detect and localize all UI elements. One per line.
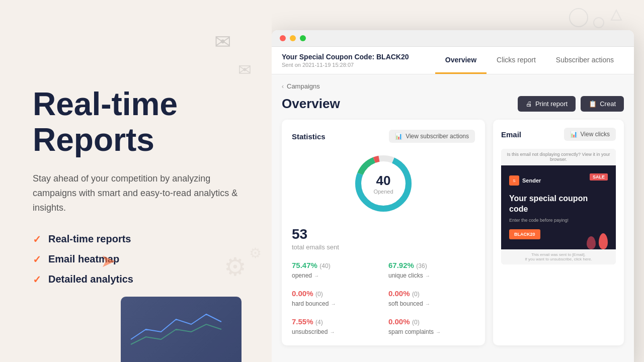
tab-clicks-report[interactable]: Clicks report [487, 47, 546, 74]
stat-unsub-value: 7.55% (4) [292, 317, 378, 326]
main-title: Real-time Reports [33, 86, 242, 157]
feature-label-3: Detailed analytics [48, 274, 133, 285]
feature-item-3: ✓ Detailed analytics [33, 274, 242, 286]
stat-clicks-label: unique clicks → [388, 272, 475, 279]
page-header: Overview 🖨 Print report 📋 Creat [282, 96, 624, 112]
breadcrumb: ‹ Campaigns [282, 82, 624, 90]
svg-point-1 [594, 18, 604, 28]
browser-dot-green[interactable] [300, 35, 306, 41]
total-sent: 53 total emails sent [292, 226, 475, 251]
email-card: Email 📊 View clicks Is this email not di… [493, 120, 624, 345]
tab-bar: Your Special Coupon Code: BLACK20 Sent o… [272, 47, 634, 74]
left-panel: ✉ ✉ ➤ ⚙ ⚙ Real-time Reports Stay ahead o… [0, 0, 272, 362]
total-sent-number: 53 [292, 226, 475, 242]
browser-dot-red[interactable] [280, 35, 286, 41]
content-area: ‹ Campaigns Overview 🖨 Print report 📋 Cr… [272, 74, 634, 362]
page-title: Overview [282, 96, 340, 112]
stat-spam-label: spam complaints → [388, 328, 475, 335]
feature-label-2: Email heatmap [48, 253, 119, 265]
right-panel: Your Special Coupon Code: BLACK20 Sent o… [272, 0, 644, 362]
stat-spam: 0.00% (0) spam complaints → [388, 317, 475, 335]
view-subscriber-actions-button[interactable]: 📊 View subscriber actions [389, 130, 475, 143]
balloon-pink [587, 236, 596, 249]
envelope-deco-1: ✉ [214, 30, 231, 53]
check-icon-2: ✓ [33, 253, 41, 265]
email-card-title: Email [501, 130, 521, 139]
tab-overview[interactable]: Overview [435, 47, 487, 74]
stat-unique-clicks: 67.92% (36) unique clicks → [388, 261, 475, 279]
feature-list: ✓ Real-time reports ✓ Email heatmap ✓ De… [33, 233, 242, 286]
check-icon-1: ✓ [33, 233, 41, 245]
stat-clicks-value: 67.92% (36) [388, 261, 475, 270]
email-balloons [587, 233, 608, 249]
total-sent-label: total emails sent [292, 243, 475, 251]
email-logo-icon: S [509, 175, 519, 186]
print-icon: 🖨 [526, 100, 532, 108]
create-icon: 📋 [589, 100, 597, 108]
stat-opened: 75.47% (40) opened → [292, 261, 378, 279]
donut-label: Opened [373, 189, 393, 195]
feature-item-1: ✓ Real-time reports [33, 233, 242, 245]
chart-area: 40 Opened [292, 151, 475, 216]
view-clicks-button[interactable]: 📊 View clicks [564, 128, 616, 141]
email-dark-section: S Sender SALE Your special coupon code E… [501, 165, 616, 249]
email-subtext: Enter the code before paying! [509, 218, 608, 223]
check-icon-3: ✓ [33, 274, 41, 286]
email-logo-text: Sender [522, 177, 541, 184]
stat-opened-value: 75.47% (40) [292, 261, 378, 270]
stat-soft-bounce-value: 0.00% (0) [388, 289, 475, 298]
statistics-title: Statistics [292, 132, 326, 141]
stat-opened-label: opened → [292, 272, 378, 279]
breadcrumb-arrow: ‹ [282, 83, 284, 90]
subtitle: Stay ahead of your competition by analyz… [33, 171, 242, 215]
envelope-deco-2: ✉ [238, 60, 252, 79]
stat-soft-bounce-label: soft bounced → [388, 300, 475, 307]
donut-chart: 40 Opened [351, 151, 416, 216]
tab-subscriber-actions[interactable]: Subscriber actions [546, 47, 624, 74]
stat-unsub-label: unsubscribed → [292, 328, 378, 335]
statistics-card-header: Statistics 📊 View subscriber actions [292, 130, 475, 143]
donut-center: 40 Opened [373, 173, 393, 195]
stat-hard-bounce-label: hard bounced → [292, 300, 378, 307]
nav-tabs: Overview Clicks report Subscriber action… [435, 47, 624, 74]
browser-window: Your Special Coupon Code: BLACK20 Sent o… [272, 30, 634, 362]
email-card-header: Email 📊 View clicks [501, 128, 616, 141]
header-actions: 🖨 Print report 📋 Creat [518, 96, 624, 112]
tablet-deco [121, 297, 242, 362]
stat-hard-bounce-value: 0.00% (0) [292, 289, 378, 298]
stat-soft-bounce: 0.00% (0) soft bounced → [388, 289, 475, 307]
email-heading: Your special coupon code [509, 194, 608, 215]
main-grid: Statistics 📊 View subscriber actions [282, 120, 624, 345]
svg-marker-2 [611, 10, 621, 20]
browser-chrome [272, 30, 634, 47]
campaign-date: Sent on 2021-11-19 15:28:07 [282, 62, 435, 68]
email-sale-badge: SALE [590, 173, 608, 180]
stats-grid: 75.47% (40) opened → 67.92% (36) [292, 261, 475, 335]
stat-spam-value: 0.00% (0) [388, 317, 475, 326]
chart-icon-2: 📊 [570, 131, 578, 138]
email-coupon-btn: BLACK20 [509, 229, 540, 239]
email-preview: Is this email not displaying correctly? … [501, 149, 616, 264]
stat-hard-bounce: 0.00% (0) hard bounced → [292, 289, 378, 307]
feature-item-2: ✓ Email heatmap [33, 253, 242, 265]
balloon-red [599, 233, 608, 249]
browser-dot-yellow[interactable] [290, 35, 296, 41]
stat-unsubscribed: 7.55% (4) unsubscribed → [292, 317, 378, 335]
create-button[interactable]: 📋 Creat [581, 96, 624, 112]
feature-label-1: Real-time reports [48, 233, 131, 245]
chart-icon: 📊 [395, 133, 403, 140]
print-report-button[interactable]: 🖨 Print report [518, 96, 576, 112]
email-footer: This email was sent to [Email]. If you w… [501, 249, 616, 264]
chart-svg-deco [126, 304, 236, 349]
statistics-card: Statistics 📊 View subscriber actions [282, 120, 485, 345]
campaign-info: Your Special Coupon Code: BLACK20 Sent o… [282, 47, 435, 74]
donut-number: 40 [373, 173, 393, 189]
email-top-bar: Is this email not displaying correctly? … [501, 149, 616, 165]
breadcrumb-campaigns[interactable]: Campaigns [287, 82, 320, 90]
gear-deco-small: ⚙ [249, 245, 262, 261]
campaign-title: Your Special Coupon Code: BLACK20 [282, 53, 435, 61]
svg-point-0 [570, 9, 588, 27]
